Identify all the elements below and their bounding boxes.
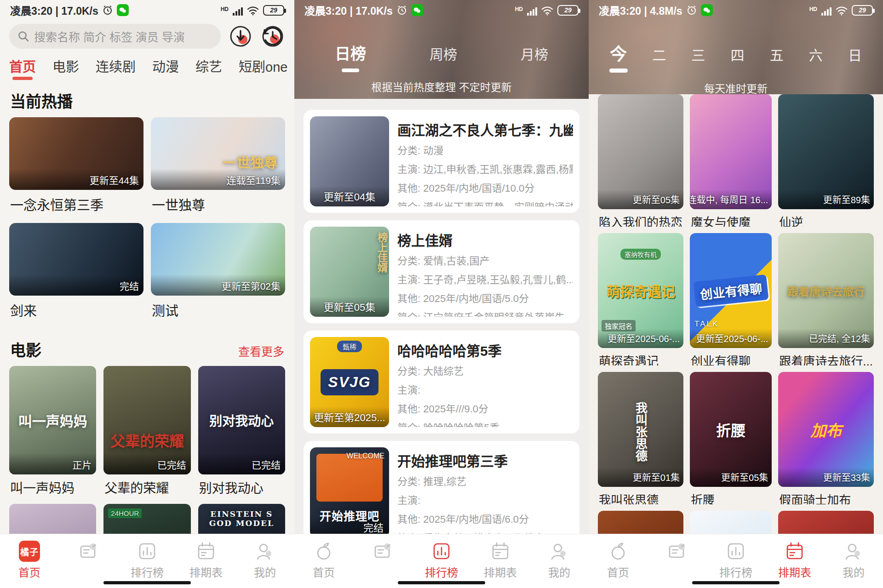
movie-tile[interactable]: 叫一声妈妈 正片 叫一声妈妈 — [9, 366, 96, 504]
profile-icon — [843, 541, 864, 562]
episode-badge: 更新至33集 — [823, 470, 870, 484]
poster-art-text: 我叫张思德 — [598, 372, 683, 487]
schedule-tile[interactable]: 塞纳牧有机 萌探奇遇记 独家冠名 更新至2025-06-... 萌探奇遇记 — [598, 233, 683, 372]
schedule-tile[interactable]: 跟着唐诗去旅行 已完结, 全12集 跟着唐诗去旅行... — [778, 233, 874, 372]
tab-weekly[interactable]: 周榜 — [430, 43, 457, 63]
poster-art: 我叫张思德 更新至01集 — [598, 372, 683, 487]
rank-card[interactable]: WELCOME 开始推理吧 完结 开始推理吧第三季 分类: 推理,综艺 主演: … — [304, 441, 579, 544]
movie-tile[interactable]: 别对我动心 已完结 别对我动心 — [198, 366, 285, 504]
nav-feed[interactable] — [353, 534, 412, 588]
tab-sat[interactable]: 六 — [809, 44, 823, 64]
schedule-tile[interactable]: 更新至89集 仙逆 — [778, 94, 874, 233]
wifi-icon — [836, 6, 848, 16]
nav-schedule[interactable]: 排期表 — [177, 534, 235, 588]
nav-label: 排期表 — [778, 564, 811, 577]
nav-mine[interactable]: 我的 — [235, 534, 294, 588]
rank-card[interactable]: 甄稀 SVJG 更新至第2025... 哈哈哈哈哈第5季 分类: 大陆综艺 主演… — [304, 331, 579, 434]
schedule-header-backdrop: 凌晨3:20 | 4.8M/s HD 29 今 二 三 四 五 六 日 — [589, 0, 883, 94]
nav-schedule[interactable]: 排期表 — [471, 534, 530, 588]
schedule-tile[interactable]: 折腰 更新至05集 折腰 — [690, 372, 772, 511]
tab-home[interactable]: 首页 — [9, 56, 36, 80]
poster-art: 父辈的荣耀 已完结 — [103, 366, 190, 474]
download-button[interactable] — [228, 24, 253, 49]
tab-today[interactable]: 今 — [610, 40, 627, 65]
poster-art-text — [690, 94, 772, 209]
tile-title: 我叫张思德 — [599, 491, 682, 504]
profile-icon — [549, 541, 570, 562]
home-indicator[interactable] — [103, 581, 191, 584]
poster-art: 折腰 更新至05集 — [690, 372, 772, 487]
schedule-tile[interactable]: 我叫张思德 更新至01集 我叫张思德 — [598, 372, 683, 511]
status-time-speed: 凌晨3:20 | 4.8M/s — [599, 2, 682, 18]
nav-mine[interactable]: 我的 — [530, 534, 589, 588]
hot-tile[interactable]: 完结 剑来 — [9, 223, 143, 329]
juzi-logo-icon: 橘子 — [19, 541, 40, 562]
hot-tile[interactable]: 更新至第02集 测试 — [151, 223, 285, 329]
hot-tile[interactable]: 一世独尊 连载至119集 一世独尊 — [151, 117, 285, 223]
rank-item-cast: 主演: 王子奇,卢昱晓,王弘毅,孔雪儿,鹤... — [397, 270, 573, 289]
tab-shortdrama[interactable]: 短剧one — [239, 56, 287, 80]
nav-home[interactable]: 首页 — [589, 534, 648, 588]
rank-card[interactable]: 榜上佳婿 更新至05集 榜上佳婿 分类: 爱情,古装,国产 主演: 王子奇,卢昱… — [304, 220, 579, 323]
episode-badge: 更新至44集 — [90, 173, 139, 187]
rank-item-other: 其他: 2025年/内地/国语/10.0分 — [397, 179, 573, 198]
schedule-tile[interactable]: 更新至05集 陷入我们的热恋 — [598, 94, 683, 233]
tab-movies[interactable]: 电影 — [52, 56, 79, 80]
search-input[interactable]: 搜索名称 简介 标签 演员 导演 — [9, 24, 221, 49]
nav-mine[interactable]: 我的 — [824, 534, 883, 588]
movie-tile[interactable]: 父辈的荣耀 已完结 父辈的荣耀 — [103, 366, 190, 504]
tile-title: 萌探奇遇记 — [599, 352, 682, 365]
tab-series[interactable]: 连续剧 — [96, 56, 136, 80]
nav-rank[interactable]: 排行榜 — [412, 534, 471, 588]
tab-tue[interactable]: 二 — [652, 44, 666, 64]
home-indicator[interactable] — [692, 581, 780, 584]
tile-title: 别对我动心 — [199, 478, 284, 497]
schedule-tile[interactable]: 加布 更新至33集 假面骑士加布 — [778, 372, 874, 511]
rank-icon — [137, 541, 158, 562]
schedule-tile[interactable]: 连载中, 每周日 16... 魔女与使魔 — [690, 94, 772, 233]
history-button[interactable] — [260, 24, 285, 49]
nav-feed[interactable] — [648, 534, 706, 588]
battery-percent: 29 — [859, 6, 866, 14]
tile-title: 仙逆 — [779, 213, 873, 227]
poster-art: 连载中, 每周日 16... — [690, 94, 772, 209]
status-bar: 凌晨3:20 | 4.8M/s HD 29 — [589, 0, 883, 20]
rank-card[interactable]: 更新至04集 画江湖之不良人第七季：九幽... 分类: 动漫 主演: 边江,申秋… — [304, 110, 579, 213]
poster-art: 跟着唐诗去旅行 已完结, 全12集 — [778, 233, 874, 348]
nav-label: 排期表 — [484, 564, 517, 577]
schedule-icon — [195, 541, 217, 562]
rank-item-title: 开始推理吧第三季 — [397, 450, 573, 470]
home-indicator[interactable] — [398, 581, 485, 584]
poster-art: 榜上佳婿 更新至05集 — [310, 227, 389, 317]
nav-schedule[interactable]: 排期表 — [765, 534, 824, 588]
nav-feed[interactable] — [59, 534, 118, 588]
schedule-icon — [490, 541, 511, 562]
episode-badge: 更新至2025-06-... — [608, 331, 680, 345]
tab-thu[interactable]: 四 — [730, 44, 744, 64]
tab-monthly[interactable]: 月榜 — [521, 43, 548, 63]
category-tabs: 首页 电影 连续剧 动漫 综艺 短剧one 吧 — [9, 56, 294, 80]
poster-art-text: 跟着唐诗去旅行 — [778, 233, 874, 348]
nav-rank[interactable]: 排行榜 — [706, 534, 765, 588]
nav-home[interactable]: 首页 — [294, 534, 353, 588]
tab-variety[interactable]: 综艺 — [195, 56, 222, 80]
schedule-tile[interactable]: TALK 创业有得聊 更新至2025-06-... 创业有得聊 — [690, 233, 772, 372]
nav-rank[interactable]: 排行榜 — [118, 534, 177, 588]
nav-home[interactable]: 橘子 首页 — [0, 534, 59, 588]
rank-item-desc: 简介: 哈哈哈哈哈第5季 — [397, 418, 573, 427]
tab-sun[interactable]: 日 — [848, 44, 862, 64]
profile-icon — [254, 541, 275, 562]
tile-title: 一世独尊 — [152, 194, 284, 214]
tab-daily[interactable]: 日榜 — [335, 41, 366, 64]
tab-wed[interactable]: 三 — [691, 44, 705, 64]
tile-title: 创业有得聊 — [691, 352, 771, 365]
episode-badge: 更新至第2025... — [310, 409, 389, 424]
tab-fri[interactable]: 五 — [770, 44, 784, 64]
tab-anime[interactable]: 动漫 — [152, 56, 179, 80]
rank-item-category: 分类: 动漫 — [397, 141, 573, 160]
wechat-icon — [411, 4, 423, 16]
battery-percent: 29 — [564, 6, 572, 14]
hot-tile[interactable]: 更新至44集 一念永恒第三季 — [9, 117, 143, 223]
poster-art: 别对我动心 已完结 — [198, 366, 285, 474]
see-more-link[interactable]: 查看更多 — [238, 343, 284, 359]
